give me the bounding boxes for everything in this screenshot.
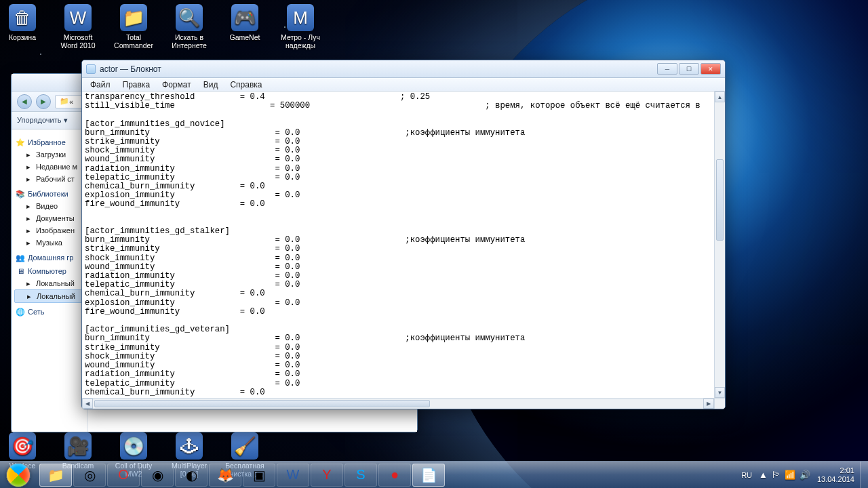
notepad-title: actor — Блокнот	[100, 64, 653, 74]
menu-Правка[interactable]: Правка	[117, 79, 156, 90]
nav-fwd-icon[interactable]: ▶	[36, 94, 51, 109]
windows-orb-icon	[7, 464, 30, 487]
sidebar-item[interactable]: ▸Недавние м	[14, 161, 84, 173]
app-icon: M	[287, 4, 314, 31]
desktop-icons-top: 🗑КорзинаWMicrosoft Word 2010📁Total Comma…	[3, 4, 320, 49]
notepad-window[interactable]: actor — Блокнот ─ ☐ ✕ ФайлПравкаФорматВи…	[81, 60, 726, 409]
folder-icon: ▸	[24, 174, 33, 184]
task-opera[interactable]: O	[107, 464, 140, 487]
desktop-icon[interactable]: 🔍Искать в Интернете	[170, 4, 209, 49]
folder-icon: ▸	[24, 291, 34, 301]
tray-icons[interactable]: ▲ 🏳 📶 🔊	[759, 470, 810, 480]
sidebar-item[interactable]: ▸Музыка	[14, 237, 84, 249]
language-indicator[interactable]: RU	[741, 471, 752, 479]
show-desktop-button[interactable]	[860, 462, 868, 489]
menu-Вид[interactable]: Вид	[198, 79, 224, 90]
folder-icon: ▸	[24, 214, 33, 223]
desktop-icon[interactable]: 🎮GameNet	[225, 4, 264, 49]
network-icon: 🌐	[16, 307, 25, 317]
desktop-icon[interactable]: 🗑Корзина	[3, 4, 42, 49]
desktop-icon[interactable]: 📁Total Commander	[114, 4, 153, 49]
star-icon: ⭐	[16, 138, 25, 147]
computer-icon: 🖥	[16, 266, 25, 276]
network-tray-icon[interactable]: 📶	[785, 470, 795, 480]
library-icon: 📚	[16, 189, 25, 199]
app-icon: 📁	[120, 4, 147, 31]
menu-Формат[interactable]: Формат	[157, 79, 197, 90]
task-chrome[interactable]: ◉	[141, 464, 174, 487]
sidebar-item[interactable]: ▸Загрузки	[14, 148, 84, 161]
icon-label: Total Commander	[114, 33, 153, 49]
scroll-right-icon[interactable]: ▶	[703, 399, 714, 409]
desktop-icon[interactable]: MМетро - Луч надежды	[281, 4, 320, 49]
folder-icon: ▸	[24, 162, 33, 171]
folder-icon: ▸	[24, 201, 33, 211]
task-skype[interactable]: S	[344, 464, 377, 487]
vertical-scrollbar[interactable]: ▲ ▼	[714, 92, 725, 398]
notepad-titlebar[interactable]: actor — Блокнот ─ ☐ ✕	[82, 60, 725, 78]
sidebar-item[interactable]: ▸Локальный	[14, 277, 84, 289]
task-explorer[interactable]: 📁	[39, 464, 72, 487]
task-word[interactable]: W	[277, 464, 309, 487]
flag-icon[interactable]: 🏳	[772, 470, 781, 480]
scroll-left-icon[interactable]: ◀	[82, 399, 93, 409]
folder-icon: ▸	[24, 150, 33, 159]
vscroll-thumb[interactable]	[716, 159, 724, 241]
volume-icon[interactable]: 🔊	[800, 470, 810, 480]
task-player[interactable]: ▣	[243, 464, 275, 487]
notepad-close-button[interactable]: ✕	[701, 63, 721, 75]
notepad-menubar: ФайлПравкаФорматВидСправка	[82, 78, 725, 92]
address-text: «	[69, 98, 73, 106]
task-record[interactable]: ●	[378, 464, 411, 487]
folder-icon: ▸	[24, 226, 33, 235]
sidebar-item[interactable]: ▸Видео	[14, 200, 84, 212]
sidebar-item[interactable]: ▸Локальный	[14, 289, 84, 303]
task-steam[interactable]: ◐	[175, 464, 208, 487]
tray-up-icon[interactable]: ▲	[759, 470, 768, 480]
app-icon: 🧹	[231, 432, 258, 460]
scroll-down-icon[interactable]: ▼	[715, 387, 725, 398]
sidebar-item[interactable]: ▸Рабочий ст	[14, 173, 84, 185]
scroll-up-icon[interactable]: ▲	[715, 92, 725, 102]
nav-back-icon[interactable]: ◀	[17, 94, 32, 109]
hscroll-thumb[interactable]	[94, 400, 430, 407]
notepad-maximize-button[interactable]: ☐	[679, 63, 699, 75]
task-firefox[interactable]: 🦊	[209, 464, 241, 487]
app-icon: 🎯	[9, 432, 36, 460]
sidebar-favorites[interactable]: ⭐Избранное	[16, 138, 83, 147]
sidebar-homegroup[interactable]: 👥Домашняя гр	[16, 253, 83, 262]
task-notepad[interactable]: 📄	[412, 464, 445, 487]
homegroup-icon: 👥	[16, 253, 25, 262]
notepad-text-area[interactable]: transparency_threshold = 0.4 ; 0.25 stil…	[82, 92, 714, 398]
app-icon: 🗑	[9, 4, 36, 31]
horizontal-scrollbar[interactable]: ◀ ▶	[82, 398, 714, 409]
task-yandex[interactable]: Y	[311, 464, 343, 487]
taskbar-tasks: 📁 ◎ O ◉ ◐ 🦊 ▣ W Y S ● 📄	[39, 464, 445, 487]
sidebar-network[interactable]: 🌐Сеть	[16, 307, 83, 317]
sidebar-computer[interactable]: 🖥Компьютер	[16, 266, 83, 276]
menu-Файл[interactable]: Файл	[85, 79, 116, 90]
folder-icon: 📁	[60, 97, 69, 106]
app-icon: W	[64, 4, 92, 31]
scrollbar-corner	[714, 398, 725, 409]
icon-label: Метро - Луч надежды	[281, 33, 320, 49]
sidebar-item[interactable]: ▸Изображен	[14, 224, 84, 237]
taskbar-clock[interactable]: 2:01 13.04.2014	[817, 466, 854, 483]
icon-label: Microsoft Word 2010	[58, 33, 98, 49]
clock-time: 2:01	[817, 466, 854, 474]
taskbar: 📁 ◎ O ◉ ◐ 🦊 ▣ W Y S ● 📄 RU ▲ 🏳 📶 🔊 2:01 …	[0, 461, 868, 488]
sidebar-libraries[interactable]: 📚Библиотеки	[16, 189, 83, 199]
clock-date: 13.04.2014	[817, 475, 854, 483]
sidebar-item[interactable]: ▸Документы	[14, 212, 84, 224]
app-icon: 🕹	[176, 432, 203, 460]
icon-label: GameNet	[230, 33, 260, 41]
notepad-minimize-button[interactable]: ─	[657, 63, 677, 75]
task-wmp[interactable]: ◎	[73, 464, 106, 487]
folder-icon: ▸	[24, 279, 33, 288]
menu-Справка[interactable]: Справка	[224, 79, 267, 90]
folder-icon: ▸	[24, 238, 33, 247]
app-icon: 🎮	[231, 4, 258, 31]
desktop-icon[interactable]: WMicrosoft Word 2010	[58, 4, 98, 49]
organize-menu[interactable]: Упорядочить ▾	[17, 116, 68, 125]
start-button[interactable]	[0, 462, 37, 489]
